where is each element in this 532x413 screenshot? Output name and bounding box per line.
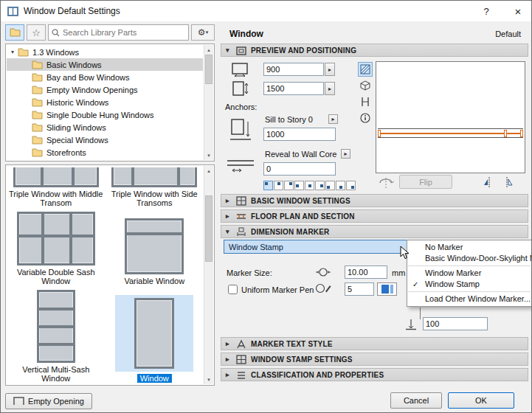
tree-item-storefronts[interactable]: Storefronts	[7, 146, 203, 159]
tree-item-special[interactable]: Special Windows	[7, 133, 203, 146]
tree-item-historic[interactable]: Historic Windows	[7, 96, 203, 108]
tree-item-bay-bow[interactable]: Bay and Bow Windows	[7, 71, 203, 83]
folder-icon	[32, 136, 43, 145]
thumb-vertical-multi-sash[interactable]: Vertical Multi-Sash Window	[7, 288, 106, 386]
window-stamp-icon	[236, 355, 246, 364]
flip-button[interactable]: Flip	[399, 175, 452, 189]
section-label: BASIC WINDOW SETTINGS	[251, 197, 350, 205]
window-width-icon	[231, 62, 249, 77]
scroll-up-button[interactable]: ▲	[204, 45, 213, 55]
tree-item-label: Basic Windows	[46, 60, 102, 69]
tree-item-basic-windows[interactable]: Basic Windows	[7, 58, 203, 71]
section-marker-text-style[interactable]: ▸ MARKER TEXT STYLE	[221, 337, 528, 350]
favorites-button[interactable]: ☆	[27, 24, 46, 41]
scroll-up-button[interactable]: ▲	[204, 166, 213, 176]
sill-anchor-menu-button[interactable]: ▸	[328, 114, 338, 124]
empty-opening-button[interactable]: Empty Opening	[5, 393, 92, 409]
mirror-rotate-icon	[377, 176, 395, 190]
menu-item-window-marker[interactable]: Window Marker	[407, 268, 531, 279]
thumbnail-label: Vertical Multi-Sash Window	[8, 365, 104, 383]
section-label: DIMENSION MARKER	[251, 228, 330, 236]
sill-anchor-value[interactable]: Sill to Story 0	[265, 115, 313, 124]
folder-view-button[interactable]	[5, 24, 24, 41]
uniform-marker-pen-checkbox[interactable]	[228, 285, 238, 294]
thumb-triple-middle-transom[interactable]: Triple Window with Middle Transom	[7, 166, 106, 210]
thumb-variable-window[interactable]: Variable Window	[106, 210, 204, 288]
section-basic-window-settings[interactable]: ▸ BASIC WINDOW SETTINGS	[221, 194, 528, 207]
section-classification-properties[interactable]: ▸ CLASSIFICATION AND PROPERTIES	[221, 368, 528, 381]
help-button[interactable]: ?	[473, 1, 500, 21]
folder-icon	[32, 86, 43, 94]
check-icon: ✓	[412, 279, 418, 290]
tree-scrollbar[interactable]: ▲ ▼	[204, 45, 213, 160]
anchor-preset-button[interactable]	[284, 181, 294, 190]
anchor-preset-button[interactable]	[346, 181, 356, 190]
section-view-button[interactable]	[358, 94, 373, 109]
mirror-left-button[interactable]	[482, 175, 497, 190]
thumbnail-label: Window	[137, 374, 172, 383]
thumb-window-selected[interactable]: Window	[106, 288, 204, 386]
width-options-button[interactable]: ▸	[325, 63, 335, 76]
pen-color-swatch[interactable]	[377, 282, 397, 296]
scroll-down-button[interactable]: ▼	[204, 150, 213, 160]
preview-canvas[interactable]	[376, 61, 525, 173]
tree-item-13-windows[interactable]: ▾ 1.3 Windows	[7, 46, 203, 58]
tree-item-single-double-hung[interactable]: Single Double Hung Windows	[7, 108, 203, 121]
section-preview-positioning[interactable]: ▾ PREVIEW AND POSITIONING	[221, 44, 528, 57]
elevation-jamb-marker	[504, 130, 507, 137]
anchor-preset-button[interactable]	[336, 181, 345, 190]
anchor-preset-button[interactable]	[325, 181, 335, 190]
thumbnail-selection-highlight	[115, 295, 193, 372]
anchor-preset-button[interactable]	[315, 181, 325, 190]
search-box	[48, 24, 189, 41]
anchor-preset-button[interactable]	[305, 181, 314, 190]
menu-item-basic-marker[interactable]: Basic Window-Door-Skylight Marker	[407, 253, 531, 264]
elevation-sill-line	[378, 133, 523, 134]
mouse-cursor	[400, 246, 410, 260]
menu-item-window-stamp[interactable]: ✓ Window Stamp	[407, 279, 531, 290]
thumbnail-scrollbar[interactable]: ▲ ▼	[204, 166, 213, 384]
thumbnail-image	[17, 212, 95, 266]
3d-view-button[interactable]	[358, 78, 373, 93]
thumb-variable-double-sash[interactable]: Variable Double Sash Window	[7, 210, 106, 288]
tree-item-empty-openings[interactable]: Empty Window Openings	[7, 83, 203, 96]
scrollbar-thumb[interactable]	[205, 195, 213, 262]
reveal-anchor-value[interactable]: Reveal to Wall Core	[265, 150, 336, 159]
anchor-preset-button[interactable]	[263, 181, 273, 190]
folder-icon	[32, 98, 43, 107]
menu-item-load-other[interactable]: Load Other Window Marker...	[407, 294, 531, 305]
section-floor-plan-section[interactable]: ▸ FLOOR PLAN AND SECTION	[221, 209, 528, 223]
thumb-triple-side-transoms[interactable]: Triple Window with Side Transoms	[106, 166, 204, 210]
marker-size-input[interactable]	[345, 266, 387, 279]
anchor-preset-button[interactable]	[274, 181, 283, 190]
thumbnail-list: Triple Window with Middle Transom Triple…	[5, 164, 215, 386]
cancel-button[interactable]: Cancel	[390, 392, 442, 409]
section-dimension-marker[interactable]: ▾ DIMENSION MARKER	[221, 225, 528, 238]
height-input[interactable]	[263, 82, 324, 95]
reveal-depth-input[interactable]	[263, 162, 336, 176]
section-window-stamp-settings[interactable]: ▸ WINDOW STAMP SETTINGS	[221, 353, 528, 366]
cancel-label: Cancel	[404, 396, 429, 405]
reveal-anchor-menu-button[interactable]: ▸	[341, 149, 350, 159]
menu-item-no-marker[interactable]: No Marker	[407, 242, 531, 253]
elevation-view-button[interactable]	[358, 62, 373, 77]
search-input[interactable]	[63, 28, 185, 37]
close-button[interactable]: ×	[505, 1, 531, 21]
thumbnail-image	[111, 167, 197, 187]
settings-button[interactable]: ⚙ ▾	[191, 24, 215, 41]
scrollbar-thumb[interactable]	[205, 55, 213, 84]
anchor-preset-button[interactable]	[294, 181, 304, 190]
height-options-button[interactable]: ▸	[325, 82, 335, 95]
marker-offset-input[interactable]	[423, 317, 488, 330]
width-input[interactable]	[263, 63, 324, 76]
info-button[interactable]	[358, 111, 373, 125]
sill-height-input[interactable]	[263, 128, 336, 141]
chevron-right-icon: ▸	[226, 212, 232, 220]
library-toolbar: ☆ ⚙ ▾	[5, 24, 215, 41]
ok-button[interactable]: OK	[448, 392, 514, 409]
tree-item-sliding[interactable]: Sliding Windows	[7, 121, 203, 133]
pen-number-input[interactable]	[345, 282, 374, 296]
section-label: FLOOR PLAN AND SECTION	[251, 212, 355, 221]
mirror-right-button[interactable]	[500, 175, 514, 190]
scroll-down-button[interactable]: ▼	[204, 375, 213, 384]
